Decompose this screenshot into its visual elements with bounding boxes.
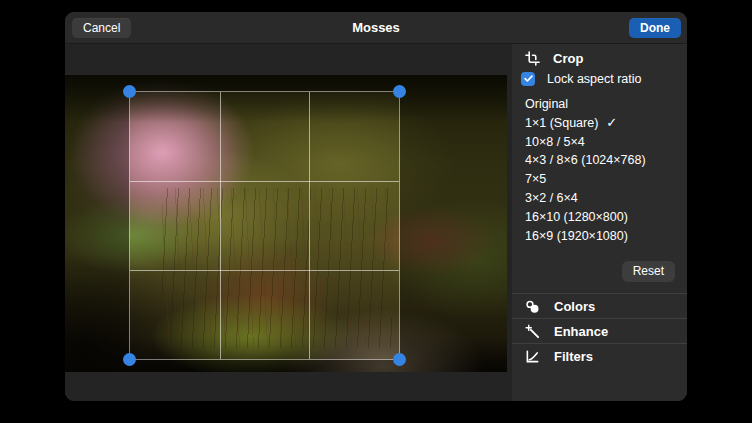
crop-grid-line [309, 92, 310, 359]
crop-grid-line [130, 181, 399, 182]
lock-aspect-row[interactable]: Lock aspect ratio [512, 71, 687, 86]
editor-canvas [65, 44, 512, 401]
image-editor-window: Cancel Mosses Done [65, 12, 687, 401]
section-colors[interactable]: Colors [512, 293, 687, 318]
crop-handle-bottom-left[interactable] [123, 353, 136, 366]
crop-grid-line [220, 92, 221, 359]
crop-handle-top-right[interactable] [393, 85, 406, 98]
aspect-option-1x1[interactable]: 1×1 (Square)✓ [525, 114, 685, 133]
filters-section-label: Filters [554, 349, 593, 364]
section-crop-header[interactable]: Crop [512, 51, 687, 66]
colors-icon [525, 299, 540, 314]
aspect-ratio-list: Original 1×1 (Square)✓ 10×8 / 5×4 4×3 / … [525, 95, 685, 245]
aspect-option-10x8[interactable]: 10×8 / 5×4 [525, 133, 685, 152]
enhance-icon [525, 324, 540, 339]
crop-handle-bottom-right[interactable] [393, 353, 406, 366]
enhance-section-label: Enhance [554, 324, 608, 339]
aspect-option-original[interactable]: Original [525, 95, 685, 114]
tool-sections: Colors Enhance [512, 293, 687, 368]
selected-check-icon: ✓ [606, 115, 617, 130]
aspect-option-16x9[interactable]: 16×9 (1920×1080) [525, 227, 685, 246]
window-title: Mosses [65, 12, 687, 44]
aspect-option-4x3[interactable]: 4×3 / 8×6 (1024×768) [525, 151, 685, 170]
section-enhance[interactable]: Enhance [512, 318, 687, 343]
crop-handle-top-left[interactable] [123, 85, 136, 98]
lock-aspect-label: Lock aspect ratio [547, 72, 642, 86]
aspect-option-3x2[interactable]: 3×2 / 6×4 [525, 189, 685, 208]
aspect-option-7x5[interactable]: 7×5 [525, 170, 685, 189]
edit-sidebar: Crop Lock aspect ratio Original 1×1 (Squ… [512, 44, 687, 401]
photo-mosses [65, 75, 507, 372]
lock-aspect-checkbox[interactable] [521, 72, 535, 86]
section-filters[interactable]: Filters [512, 343, 687, 368]
crop-grid-line [130, 270, 399, 271]
colors-section-label: Colors [554, 299, 595, 314]
reset-button[interactable]: Reset [622, 261, 675, 282]
crop-selection[interactable] [129, 91, 400, 360]
headerbar: Cancel Mosses Done [65, 12, 687, 44]
crop-section-label: Crop [553, 51, 583, 66]
filters-icon [525, 349, 540, 364]
desktop-background: Cancel Mosses Done [0, 0, 752, 423]
crop-icon [525, 51, 540, 66]
aspect-option-16x10[interactable]: 16×10 (1280×800) [525, 208, 685, 227]
done-button[interactable]: Done [629, 18, 681, 38]
